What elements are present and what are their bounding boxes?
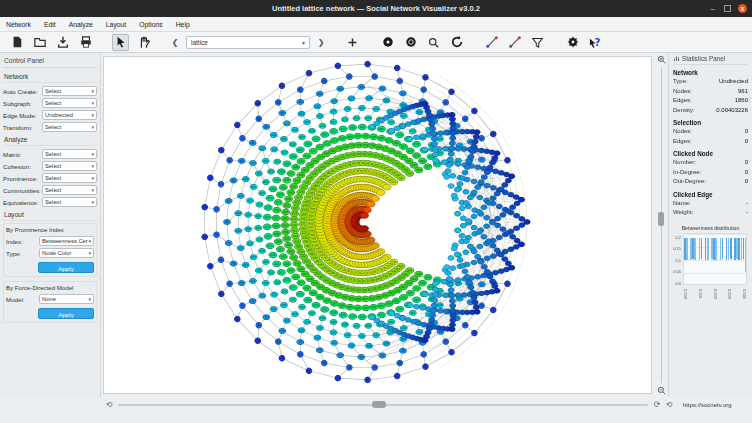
zoom-slider-track[interactable]	[661, 67, 662, 383]
select-mode-button[interactable]	[112, 34, 129, 51]
window-footer	[0, 412, 752, 423]
maximize-button[interactable]	[724, 5, 731, 12]
equivalence-select[interactable]: Select▾	[42, 197, 97, 207]
stat-value: 961	[738, 87, 748, 97]
remove-node-button[interactable]	[379, 34, 396, 51]
chart-bar	[686, 238, 688, 260]
index-label: Index:	[6, 238, 23, 245]
force-directed-title: By Force-Directed Model	[6, 284, 94, 291]
section-network: Network	[3, 70, 97, 83]
auto-create-select[interactable]: Select▾	[42, 86, 97, 96]
chevron-down-icon: ▾	[91, 100, 94, 106]
network-type-select[interactable]: lattice ▾	[186, 36, 310, 49]
cohesion-label: Cohesion:	[3, 163, 31, 170]
stats-network-title: Network	[673, 69, 748, 76]
node-properties-button[interactable]	[402, 34, 419, 51]
chart-bar	[745, 238, 747, 273]
y-tick-label: 0.1	[675, 257, 681, 262]
index-select[interactable]: Betweenness Cer▾	[39, 236, 94, 246]
save-network-button[interactable]	[54, 34, 71, 51]
chart-bar	[694, 238, 696, 261]
zoom-slider-vertical	[654, 53, 668, 397]
menu-network[interactable]: Network	[6, 21, 31, 28]
edge-mode-select[interactable]: Undirected▾	[42, 110, 97, 120]
toolbar: ❮ lattice ▾ ❯ ?	[0, 32, 752, 53]
chevron-down-icon: ▾	[91, 151, 94, 157]
control-panel-header: Control Panel	[3, 55, 97, 68]
x-tick-label: 0.002	[713, 289, 718, 294]
add-node-button[interactable]	[344, 34, 361, 51]
settings-button[interactable]	[564, 34, 581, 51]
pan-mode-button[interactable]	[135, 34, 152, 51]
rotate-right-icon[interactable]: ⟳	[651, 400, 663, 410]
relation-rotate-button[interactable]	[448, 34, 465, 51]
transform-select[interactable]: Select▾	[42, 122, 97, 132]
matrix-select[interactable]: Select▾	[42, 149, 97, 159]
chevron-down-icon: ▾	[88, 238, 91, 244]
plus-icon	[347, 37, 358, 48]
network-visualization-canvas[interactable]	[104, 57, 651, 393]
rotate-circle-icon	[451, 36, 463, 48]
new-network-button[interactable]	[8, 34, 25, 51]
x-tick-label: 0.003	[727, 289, 732, 294]
menu-edit[interactable]: Edit	[44, 21, 56, 28]
help-pointer-icon: ?	[589, 36, 602, 49]
statistics-panel: Statistics Panel Network Type:Undirected…	[668, 53, 752, 397]
socnetv-url-link[interactable]: https://socnetv.org	[683, 402, 732, 408]
help-button[interactable]: ?	[587, 34, 604, 51]
menu-help[interactable]: Help	[176, 21, 190, 28]
apply-prominence-button[interactable]: Apply	[38, 262, 94, 273]
minimize-button[interactable]: –	[708, 4, 717, 13]
subgraph-select[interactable]: Select▾	[42, 98, 97, 108]
rotate-reset-icon[interactable]: ⟲	[663, 400, 675, 410]
menu-layout[interactable]: Layout	[106, 21, 126, 28]
search-node-button[interactable]	[425, 34, 442, 51]
apply-force-button[interactable]: Apply	[38, 308, 94, 319]
zoom-slider-handle[interactable]	[658, 212, 664, 226]
graph-canvas-area[interactable]	[103, 56, 652, 394]
window-title: Untitled lattice network — Social Networ…	[272, 4, 480, 13]
menu-analyze[interactable]: Analyze	[69, 21, 93, 28]
rotation-slider-track[interactable]	[118, 404, 648, 406]
chart-bar	[715, 238, 717, 261]
previous-network-button[interactable]: ❮	[170, 38, 180, 47]
statistics-panel-header: Statistics Panel	[682, 55, 725, 62]
section-analyze: Analyze	[3, 133, 97, 146]
y-tick-label: 0.05	[673, 269, 681, 274]
zoom-out-icon[interactable]	[657, 386, 666, 395]
hand-icon	[138, 36, 150, 48]
remove-edge-button[interactable]	[506, 34, 523, 51]
cohesion-select[interactable]: Select▾	[42, 161, 97, 171]
chart-x-axis: 0.0000.0010.0020.0030.004	[683, 287, 747, 292]
stats-clicked-edge-title: Clicked Edge	[673, 191, 748, 198]
x-tick-label: 0.001	[698, 289, 703, 294]
open-network-button[interactable]	[31, 34, 48, 51]
betweenness-distribution-chart: Betweenness distribution 0.20.150.10.050…	[673, 225, 748, 299]
filter-edges-button[interactable]	[529, 34, 546, 51]
prominence-select[interactable]: Select▾	[42, 173, 97, 183]
zoom-in-icon[interactable]	[657, 55, 666, 64]
chart-title: Betweenness distribution	[673, 225, 748, 231]
prominence-label: Prominence:	[3, 175, 38, 182]
filter-funnel-icon	[532, 37, 543, 48]
model-select[interactable]: None▾	[39, 294, 94, 304]
stat-value: 0	[745, 127, 748, 137]
rotation-slider-handle[interactable]	[372, 401, 386, 408]
close-button[interactable]: x	[738, 4, 747, 13]
force-directed-group: By Force-Directed Model Model: None▾ App…	[3, 281, 97, 323]
chevron-down-icon: ▾	[91, 88, 94, 94]
type-select[interactable]: Node Color▾	[39, 248, 94, 258]
chart-bar	[701, 238, 703, 260]
rotate-left-icon[interactable]: ⟲	[103, 400, 115, 410]
socnetv-window: Untitled lattice network — Social Networ…	[0, 0, 752, 423]
communities-select[interactable]: Select▾	[42, 185, 97, 195]
add-edge-button[interactable]	[483, 34, 500, 51]
menu-options[interactable]: Options	[139, 21, 162, 28]
x-tick-label: 0.004	[742, 289, 747, 294]
chart-bar	[722, 238, 724, 260]
network-type-value: lattice	[191, 39, 208, 46]
chevron-down-icon: ▾	[88, 296, 91, 302]
y-tick-label: 0.2	[675, 234, 681, 239]
print-network-button[interactable]	[77, 34, 94, 51]
next-network-button[interactable]: ❯	[316, 38, 326, 47]
